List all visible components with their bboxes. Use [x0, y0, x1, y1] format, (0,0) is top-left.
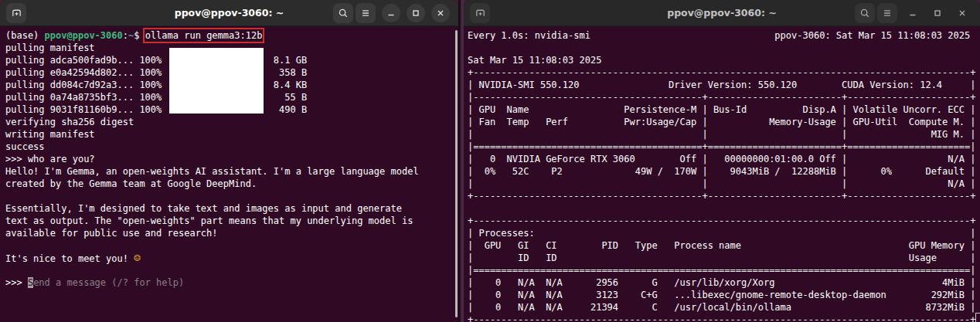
terminal-text: It's nice to meet you!: [5, 253, 134, 264]
terminal-text: :: [123, 30, 128, 41]
maximize-icon: [933, 8, 942, 18]
smiley-emoji: ☺: [134, 252, 140, 264]
terminal-line: [5, 264, 458, 276]
terminal-text: >>>: [5, 277, 28, 288]
minimize-button[interactable]: [382, 4, 400, 22]
terminal-text: pulling manifest: [5, 42, 95, 53]
input-placeholder: end a message (/? for help): [33, 277, 184, 288]
right-titlebar[interactable]: ppov@ppov-3060: ~: [464, 0, 980, 26]
terminal-line: >>> who are you?: [5, 153, 458, 165]
terminal-line: Hello! I'm Gemma, an open-weights AI ass…: [5, 165, 458, 178]
menu-button[interactable]: [356, 3, 376, 23]
minimize-icon: [386, 8, 396, 18]
terminal-text: success: [5, 141, 45, 152]
terminal-cursor: [975, 313, 980, 322]
terminal-line: text as output. The "open-weights" part …: [5, 215, 458, 227]
highlighted-command: ollama run gemma3:12b: [145, 30, 263, 41]
menu-icon: [360, 8, 371, 19]
terminal-text: >>> who are you?: [5, 154, 95, 164]
search-button[interactable]: [855, 3, 875, 23]
ollama-terminal-window: ppov@ppov-3060: ~: [0, 0, 458, 322]
minimize-icon: [908, 8, 917, 18]
maximize-button[interactable]: [407, 4, 425, 22]
search-icon: [338, 8, 349, 19]
new-tab-button[interactable]: [6, 3, 26, 23]
terminal-line: [5, 239, 458, 252]
terminal-text: Hello! I'm Gemma, an open-weights AI ass…: [5, 166, 419, 177]
terminal-text: created by the Gemma team at Google Deep…: [5, 178, 257, 189]
terminal-line: It's nice to meet you! ☺: [5, 252, 458, 264]
new-tab-icon: [11, 7, 22, 19]
terminal-text: (base): [5, 30, 45, 41]
terminal-line: Essentially, I'm designed to take text a…: [5, 202, 458, 215]
new-tab-button[interactable]: [470, 3, 490, 23]
close-icon: [436, 8, 445, 18]
terminal-line: verifying sha256 digest: [5, 116, 458, 128]
left-titlebar[interactable]: ppov@ppov-3060: ~: [0, 0, 458, 26]
terminal-text: $: [134, 30, 145, 41]
terminal-text: available for public use and research!: [5, 228, 218, 239]
search-icon: [859, 8, 870, 19]
window-gap: [458, 0, 464, 322]
terminal-text: text as output. The "open-weights" part …: [5, 215, 413, 226]
minimize-button[interactable]: [903, 4, 922, 22]
prompt-user-host: ppov@ppov-3060: [45, 30, 123, 41]
close-button[interactable]: [953, 4, 971, 22]
redaction-box: [169, 48, 264, 114]
terminal-text: Essentially, I'm designed to take text a…: [5, 203, 402, 214]
search-button[interactable]: [333, 3, 353, 23]
terminal-line: available for public use and research!: [5, 227, 458, 239]
terminal-line: writing manifest: [5, 128, 458, 141]
maximize-button[interactable]: [928, 4, 947, 22]
close-icon: [958, 8, 967, 18]
terminal-line: [5, 190, 458, 202]
terminal-line: created by the Gemma team at Google Deep…: [5, 178, 458, 190]
terminal-line: >>> Send a message (/? for help): [5, 276, 458, 289]
nvidia-smi-terminal-window: ppov@ppov-3060: ~: [464, 0, 980, 322]
maximize-icon: [411, 8, 420, 18]
nvidia-smi-output[interactable]: Every 1.0s: nvidia-smi ppov-3060: Sat Ma…: [464, 27, 980, 322]
terminal-text: writing manifest: [5, 129, 95, 140]
menu-button[interactable]: [877, 3, 897, 23]
close-button[interactable]: [431, 4, 450, 22]
new-tab-icon: [475, 7, 486, 19]
menu-icon: [882, 8, 893, 19]
left-terminal-scrollbar[interactable]: [455, 30, 458, 317]
terminal-line: (base) ppov@ppov-3060:~$ ollama run gemm…: [5, 29, 458, 42]
terminal-line: success: [5, 141, 458, 153]
terminal-text: verifying sha256 digest: [5, 117, 134, 127]
